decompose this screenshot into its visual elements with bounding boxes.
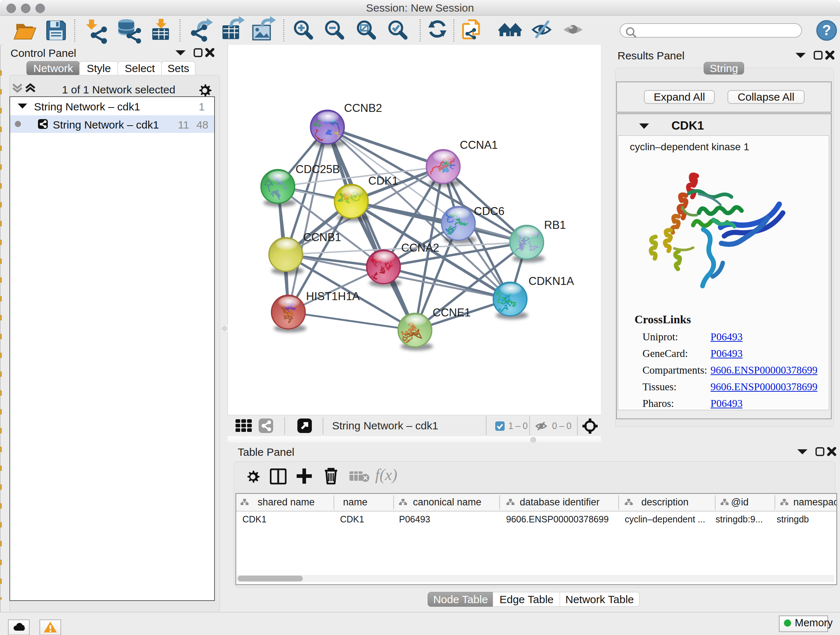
- svg-text:?: ?: [822, 22, 831, 38]
- svg-text:CDC25B: CDC25B: [295, 163, 340, 176]
- svg-text:RB1: RB1: [544, 219, 566, 231]
- svg-text:CCNB1: CCNB1: [303, 231, 341, 244]
- svg-text:CDKN1A: CDKN1A: [529, 275, 574, 287]
- svg-text:CCNA1: CCNA1: [460, 139, 498, 151]
- svg-text:CCNE1: CCNE1: [433, 306, 471, 319]
- svg-text:CDC6: CDC6: [474, 205, 504, 218]
- svg-text:HIST1H1A: HIST1H1A: [306, 290, 360, 302]
- svg-text:CCNA2: CCNA2: [401, 241, 439, 254]
- svg-text:CCNB2: CCNB2: [344, 102, 382, 114]
- svg-text:CDK1: CDK1: [368, 174, 398, 187]
